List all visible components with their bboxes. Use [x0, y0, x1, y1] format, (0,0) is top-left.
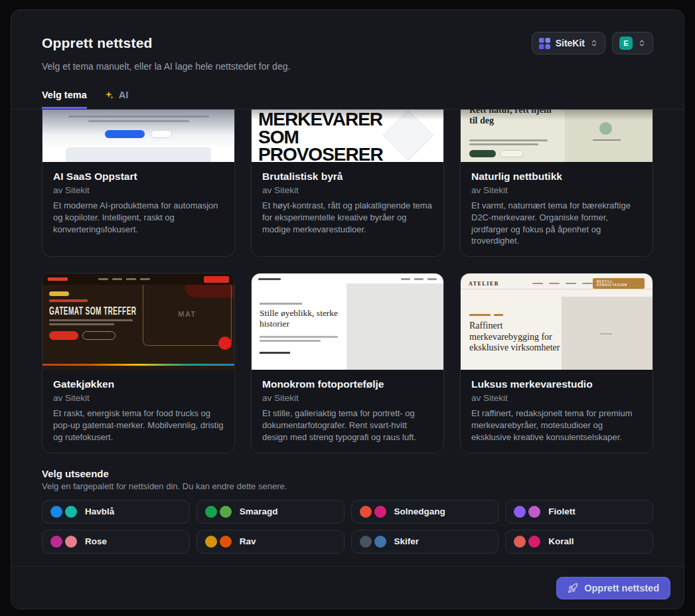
color-dot	[50, 506, 62, 518]
workspace-name: SiteKit	[556, 38, 585, 48]
preview-panel	[565, 110, 653, 162]
text-placeholder	[593, 139, 621, 141]
dialog-title: Opprett nettsted	[42, 35, 153, 51]
theme-thumbnail: ATELIER BESTILL KONSULTASJON Raffinert m…	[461, 273, 653, 370]
theme-card-luksus[interactable]: ATELIER BESTILL KONSULTASJON Raffinert m…	[460, 273, 653, 453]
preview-nav-placeholder	[532, 283, 593, 285]
palette-option-rose[interactable]: Rose	[42, 530, 190, 554]
palette-name: Rav	[240, 536, 256, 546]
palette-name: Havblå	[85, 506, 114, 516]
text-placeholder	[49, 299, 88, 302]
theme-description: Et raskt, energisk tema for food trucks …	[53, 408, 224, 443]
preview-panel	[66, 147, 211, 162]
palette-option-skifer[interactable]: Skifer	[351, 530, 499, 554]
preview-badge	[49, 291, 69, 296]
create-site-button-label: Opprett nettsted	[584, 583, 659, 593]
text-placeholder	[260, 336, 338, 338]
preview-headline: GATEMAT SOM TREFFER	[49, 304, 137, 317]
header-selectors: SiteKit E	[532, 32, 653, 54]
preview-outline-panel: MAT	[143, 282, 232, 346]
theme-gallery[interactable]: AI SaaS Oppstart av Sitekit Et moderne A…	[11, 110, 684, 566]
palette-option-fiolett[interactable]: Fiolett	[505, 500, 653, 524]
theme-description: Et høyt-kontrast, rått og plakatlignende…	[262, 200, 433, 235]
text-placeholder	[49, 323, 114, 325]
theme-card-naturlig[interactable]: Rett natur, rett hjem til deg Naturlig n…	[460, 110, 653, 257]
palette-name: Rose	[85, 536, 107, 546]
theme-thumbnail: Merkevarer som provoserer	[252, 110, 443, 162]
palette-option-solnedgang[interactable]: Solnedgang	[351, 500, 499, 524]
theme-name: Naturlig nettbutikk	[471, 171, 642, 183]
color-dot	[528, 506, 540, 518]
preview-headline: Stille øyeblikk, sterke historier	[260, 308, 347, 329]
create-site-button[interactable]: Opprett nettsted	[556, 577, 670, 599]
dialog-subtitle: Velg et tema manuelt, eller la AI lage h…	[42, 61, 653, 72]
appearance-section: Velg utseende Velg en fargepalett for ne…	[42, 468, 653, 554]
preview-cta-button	[204, 276, 229, 283]
preview-panel-label: MAT	[178, 310, 196, 318]
preview-secondary-button	[151, 130, 172, 138]
color-dot	[65, 506, 77, 518]
palette-name: Korall	[548, 536, 574, 546]
palette-option-korall[interactable]: Korall	[505, 530, 653, 554]
text-placeholder	[68, 116, 209, 117]
palette-name: Smaragd	[240, 506, 278, 516]
chevrons-up-down-icon	[590, 39, 598, 47]
palette-name: Fiolett	[548, 506, 576, 516]
preview-photo-panel	[347, 283, 443, 370]
preview-headline: Rett natur, rett hjem til deg	[469, 110, 576, 126]
account-selector[interactable]: E	[612, 32, 653, 54]
theme-name: AI SaaS Oppstart	[53, 171, 224, 183]
preview-primary-button	[49, 331, 78, 340]
text-placeholder	[49, 319, 133, 321]
circle-shape	[599, 122, 612, 135]
theme-card-monokrom[interactable]: Stille øyeblikk, sterke historier Monokr…	[251, 273, 444, 453]
preview-logo-placeholder	[48, 277, 68, 281]
rocket-icon	[568, 583, 578, 593]
tab-velg-tema[interactable]: Velg tema	[42, 90, 87, 109]
preview-primary-button	[105, 130, 145, 138]
color-dot	[514, 536, 526, 548]
theme-name: Gatekjøkken	[53, 378, 224, 390]
theme-card-brutalistisk[interactable]: Merkevarer som provoserer Brutalistisk b…	[251, 110, 444, 257]
theme-card-gatekjokken[interactable]: GATEMAT SOM TREFFER MAT Gatekjøkken	[42, 273, 235, 453]
theme-description: Et stille, galleriaktig tema for portret…	[262, 408, 433, 443]
preview-secondary-button	[500, 150, 524, 157]
gradient-divider	[42, 364, 234, 366]
color-dot	[220, 506, 232, 518]
preview-primary-button	[469, 150, 496, 157]
divider	[461, 289, 653, 289]
theme-name: Monokrom fotoportefølje	[262, 378, 433, 390]
preview-headline-line2: til deg	[469, 116, 576, 126]
workspace-selector[interactable]: SiteKit	[532, 32, 605, 54]
text-placeholder	[88, 120, 189, 122]
color-dot	[528, 536, 540, 548]
chevrons-up-down-icon	[638, 39, 646, 47]
appearance-title: Velg utseende	[42, 468, 653, 479]
preview-cta-button: BESTILL KONSULTASJON	[593, 278, 645, 289]
tab-ai[interactable]: AI	[104, 90, 129, 109]
palette-option-smaragd[interactable]: Smaragd	[196, 500, 345, 524]
theme-description: Et varmt, naturnært tema for bærekraftig…	[471, 200, 642, 247]
theme-author: av Sitekit	[471, 185, 642, 195]
text-placeholder	[469, 143, 538, 145]
palette-option-havbla[interactable]: Havblå	[42, 500, 190, 524]
theme-author: av Sitekit	[53, 185, 224, 195]
preview-nav-placeholder	[98, 278, 150, 280]
theme-author: av Sitekit	[262, 185, 433, 195]
create-site-dialog: Opprett nettsted SiteKit E	[11, 9, 684, 609]
text-placeholder	[469, 314, 503, 316]
grid-logo-icon	[539, 38, 550, 49]
theme-name: Brutalistisk byrå	[262, 171, 433, 183]
dialog-header: Opprett nettsted SiteKit E	[11, 10, 684, 72]
theme-card-ai-saas[interactable]: AI SaaS Oppstart av Sitekit Et moderne A…	[42, 110, 235, 257]
palette-option-rav[interactable]: Rav	[196, 530, 345, 554]
preview-headline-line1: Rett natur, rett hjem	[469, 110, 576, 116]
theme-author: av Sitekit	[53, 393, 224, 403]
palette-grid: Havblå Smaragd Solnedgang Fiolett	[42, 500, 653, 554]
tab-ai-label: AI	[119, 90, 129, 100]
tab-bar: Velg tema AI	[11, 90, 684, 110]
color-dot	[205, 506, 217, 518]
color-dot	[374, 506, 386, 518]
theme-thumbnail: Rett natur, rett hjem til deg	[461, 110, 653, 162]
preview-headline: Merkevarer som provoserer	[258, 111, 414, 162]
